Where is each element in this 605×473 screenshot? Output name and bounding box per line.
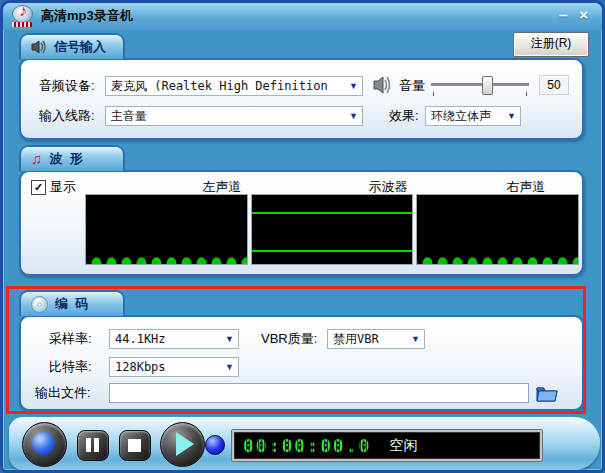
show-checkbox[interactable]: ✓ xyxy=(31,180,46,195)
audio-device-value: 麦克风 (Realtek High Definition xyxy=(111,78,328,95)
tab-encoding[interactable]: 编 码 xyxy=(19,290,125,316)
play-button[interactable] xyxy=(160,422,205,467)
register-button[interactable]: 注册(R) xyxy=(513,32,589,57)
vbr-quality-label: VBR质量: xyxy=(261,329,317,349)
volume-label: 音量 xyxy=(399,76,425,96)
chevron-down-icon: ▼ xyxy=(349,112,358,121)
minimize-button[interactable]: – xyxy=(559,6,567,24)
signal-input-panel: 音频设备: 麦克风 (Realtek High Definition ▼ 音量 … xyxy=(19,58,584,140)
waveform-displays xyxy=(85,194,579,265)
effect-label: 效果: xyxy=(389,106,419,126)
effect-value: 环绕立体声 xyxy=(431,108,491,125)
browse-folder-icon[interactable] xyxy=(535,382,559,404)
speaker-icon xyxy=(31,40,47,54)
status-led-indicator xyxy=(205,435,225,455)
time-display-screen: 00:00:00.0 空闲 xyxy=(234,432,540,459)
left-channel-display xyxy=(85,194,248,265)
sample-rate-value: 44.1KHz xyxy=(115,332,166,346)
scope-trace-top xyxy=(252,212,413,214)
input-line-value: 主音量 xyxy=(111,108,147,125)
music-note-icon: ♪ xyxy=(19,2,27,20)
play-icon xyxy=(176,432,194,456)
chevron-down-icon: ▼ xyxy=(225,335,234,344)
audio-device-select[interactable]: 麦克风 (Realtek High Definition ▼ xyxy=(105,76,363,96)
title-bar: ♪ 高清mp3录音机 – × xyxy=(3,3,602,30)
sample-rate-select[interactable]: 44.1KHz ▼ xyxy=(109,329,239,349)
pause-button[interactable] xyxy=(77,430,109,461)
chevron-down-icon: ▼ xyxy=(507,112,516,121)
stop-button[interactable] xyxy=(119,430,151,461)
audio-device-label: 音频设备: xyxy=(39,76,95,96)
waveform-panel: ✓ 显示 左声道 示波器 右声道 xyxy=(19,170,584,276)
time-digits: 00:00:00.0 xyxy=(243,437,371,455)
volume-value: 50 xyxy=(539,75,569,95)
output-file-input[interactable] xyxy=(109,383,529,403)
vbr-quality-select[interactable]: 禁用VBR ▼ xyxy=(327,329,425,349)
app-icon: ♪ xyxy=(12,5,34,27)
effect-select[interactable]: 环绕立体声 ▼ xyxy=(425,106,521,126)
bitrate-value: 128Kbps xyxy=(115,360,166,374)
tab-waveform-label: 波 形 xyxy=(49,150,82,168)
bitrate-label: 比特率: xyxy=(49,357,92,377)
chevron-down-icon: ▼ xyxy=(411,335,420,344)
cd-icon xyxy=(31,296,48,313)
chevron-down-icon: ▼ xyxy=(225,363,234,372)
tab-signal-input[interactable]: 信号输入 xyxy=(19,33,125,59)
input-line-select[interactable]: 主音量 ▼ xyxy=(105,106,363,126)
slider-tick xyxy=(526,92,527,96)
encoding-panel: 采样率: 44.1KHz ▼ VBR质量: 禁用VBR ▼ 比特率: 128Kb… xyxy=(19,315,584,411)
show-checkbox-label: 显示 xyxy=(50,177,76,197)
close-button[interactable]: × xyxy=(579,6,588,24)
tab-signal-input-label: 信号输入 xyxy=(54,38,106,56)
film-strip-icon xyxy=(12,22,32,27)
right-channel-display xyxy=(416,194,579,265)
scope-trace-bottom xyxy=(252,250,413,252)
volume-speaker-icon xyxy=(373,75,395,95)
app-window: ♪ 高清mp3录音机 – × 注册(R) 信号输入 音频设备: 麦克风 (Rea… xyxy=(0,0,605,473)
volume-slider-thumb[interactable] xyxy=(482,76,493,95)
transport-bar: 00:00:00.0 空闲 xyxy=(9,417,600,470)
bitrate-select[interactable]: 128Kbps ▼ xyxy=(109,357,239,377)
sample-rate-label: 采样率: xyxy=(49,329,92,349)
vbr-quality-value: 禁用VBR xyxy=(333,331,379,348)
output-file-label: 输出文件: xyxy=(35,383,91,403)
time-display: 00:00:00.0 空闲 xyxy=(231,429,543,462)
input-line-label: 输入线路: xyxy=(39,106,95,126)
chevron-down-icon: ▼ xyxy=(349,82,358,91)
oscilloscope-display xyxy=(251,194,414,265)
status-text: 空闲 xyxy=(389,437,417,455)
window-title: 高清mp3录音机 xyxy=(41,3,133,29)
volume-slider-track[interactable] xyxy=(431,83,529,87)
stop-icon xyxy=(128,439,141,452)
pause-icon xyxy=(86,438,99,452)
slider-tick xyxy=(433,92,434,96)
window-controls: – × xyxy=(559,6,588,24)
record-orb-icon xyxy=(32,432,55,455)
music-notes-icon: ♫ xyxy=(31,152,42,166)
tab-encoding-label: 编 码 xyxy=(55,295,88,313)
tab-waveform[interactable]: ♫ 波 形 xyxy=(19,145,125,171)
record-button[interactable] xyxy=(22,422,67,467)
volume-slider[interactable] xyxy=(431,74,529,96)
